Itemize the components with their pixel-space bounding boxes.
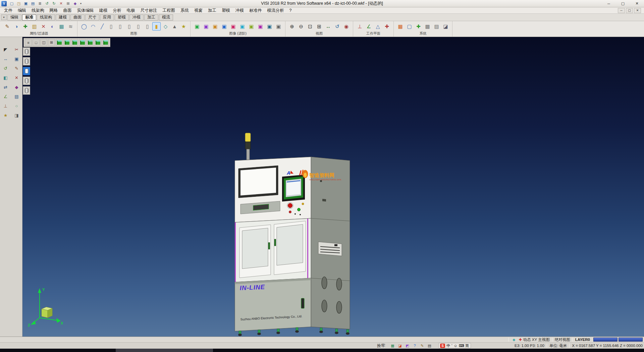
filter-remove-icon[interactable]: ✕ [39, 22, 48, 31]
macro-icon[interactable]: ◆ [72, 1, 78, 7]
cylinder-icon-5[interactable]: ▯ [143, 22, 152, 31]
system-add-icon[interactable]: ✚ [414, 22, 423, 31]
section-view-icon[interactable]: ▣ [265, 22, 274, 31]
front-view-icon[interactable] [71, 39, 78, 46]
workflow-tab[interactable]: 尺寸 [85, 14, 99, 20]
select-icon[interactable]: ◤ [2, 46, 10, 53]
filter-hidden-button[interactable] [23, 86, 30, 95]
circle-tool-icon[interactable]: ○ [13, 102, 21, 109]
delete-icon[interactable]: ✕ [58, 1, 64, 7]
shaded-view-icon[interactable]: □ [33, 39, 40, 46]
edit-note-icon[interactable]: ✎ [419, 343, 425, 348]
new-file-icon[interactable]: ▢ [8, 1, 15, 7]
menu-item[interactable]: 系统 [178, 7, 192, 13]
ime-simplified-icon[interactable]: 简 [466, 343, 469, 348]
minimize-button[interactable]: ─ [602, 0, 616, 7]
menu-item[interactable]: 加工 [205, 7, 219, 13]
menu-item[interactable]: 线架构 [29, 7, 47, 13]
save-all-icon[interactable]: ▤ [30, 1, 36, 7]
sketch-icon[interactable]: ✎ [13, 64, 21, 72]
grid-icon[interactable]: ⊞ [65, 1, 71, 7]
top-view-icon[interactable] [63, 39, 70, 46]
delete-icon[interactable]: ✕ [13, 74, 21, 81]
filter-edit-icon[interactable]: ▥ [30, 22, 39, 31]
zoom-out-icon[interactable]: ⊖ [297, 22, 305, 31]
workflow-tab[interactable]: 模流 [159, 14, 173, 20]
previous-view-icon[interactable]: ↺ [333, 22, 341, 31]
iso-view-icon[interactable] [56, 39, 63, 46]
quick-access-dropdown[interactable]: ▾ [78, 1, 83, 7]
taskbar-segment[interactable] [116, 349, 213, 352]
solid-box-icon[interactable]: ◇ [161, 22, 170, 31]
line-icon[interactable]: ╱ [98, 22, 106, 31]
left-view-icon[interactable] [87, 39, 94, 46]
palette-icon[interactable]: ◩ [405, 343, 410, 348]
ime-punctuation-icon[interactable]: ’ [451, 344, 452, 348]
workflow-tab[interactable]: 标准 [22, 14, 36, 20]
filter-surfaces-button[interactable] [23, 77, 30, 85]
workflow-tab[interactable]: 编辑 [7, 14, 21, 20]
menu-item[interactable]: 模流分析 [265, 7, 287, 13]
dynamic-view-icon[interactable] [102, 39, 109, 46]
star-feature-icon[interactable]: ★ [179, 22, 188, 31]
ime-emoji-icon[interactable]: ☺ [453, 344, 457, 348]
cylinder-icon-3[interactable]: ▯ [125, 22, 133, 31]
machine-model[interactable]: A IN-LIN [224, 131, 375, 337]
open-file-icon[interactable]: ◳ [15, 1, 22, 7]
light-icon[interactable]: ▣ [247, 22, 256, 31]
tab-dropdown[interactable]: ▾ [1, 14, 7, 20]
menu-item[interactable]: 文件 [1, 7, 15, 13]
filter-solids-button[interactable] [23, 67, 30, 75]
menu-item[interactable]: 电极 [124, 7, 138, 13]
rotate-icon[interactable]: ↺ [2, 64, 10, 72]
selection-filter-icon[interactable]: ◐ [48, 22, 57, 31]
menu-item[interactable]: 视窗 [192, 7, 205, 13]
back-view-icon[interactable] [94, 39, 101, 46]
filter-all-button[interactable] [23, 47, 30, 56]
menu-item[interactable]: 曲面 [61, 7, 74, 13]
workplane-angle-icon[interactable]: ∠ [365, 22, 373, 31]
zoom-window-icon[interactable]: ⊡ [306, 22, 314, 31]
redo-icon[interactable]: ↻ [51, 1, 57, 7]
monitor-icon[interactable]: ▢ [405, 22, 414, 31]
trim-icon[interactable]: ✂ [13, 46, 21, 53]
material-icon[interactable]: ▣ [238, 22, 247, 31]
view-list-icon[interactable]: ≡ [25, 39, 32, 46]
snapshot-icon[interactable]: ▣ [274, 22, 283, 31]
menu-item[interactable]: 塑模 [219, 7, 233, 13]
workflow-tab[interactable]: 塑模 [115, 14, 129, 20]
menu-item[interactable]: 尺寸标注 [138, 7, 160, 13]
zoom-extents-icon[interactable]: ⊞ [48, 39, 55, 46]
hatch-icon[interactable]: ▩ [423, 22, 432, 31]
mirror-icon[interactable]: ◧ [2, 74, 10, 81]
angle-icon[interactable]: ∠ [2, 93, 10, 100]
zoom-in-icon[interactable]: ⊕ [288, 22, 296, 31]
attribute-copy-icon[interactable]: ◑ [12, 22, 20, 31]
texture-icon[interactable]: ▣ [229, 22, 237, 31]
render-ghost-icon[interactable]: ▣ [220, 22, 228, 31]
workflow-tab[interactable]: 应用 [100, 14, 114, 20]
right-view-icon[interactable] [79, 39, 86, 46]
circle-icon[interactable]: ◯ [80, 22, 88, 31]
cylinder-icon-2[interactable]: ▯ [116, 22, 124, 31]
workflow-tab[interactable]: 加工 [144, 14, 158, 20]
filter-wireframe-button[interactable] [23, 57, 30, 65]
layers-icon[interactable]: ▤ [13, 93, 21, 100]
grid-toggle-icon[interactable]: ▤ [427, 343, 432, 348]
measure-icon[interactable]: ◆ [13, 83, 21, 91]
render-hidden-line-icon[interactable]: ▣ [211, 22, 219, 31]
help-icon[interactable]: ? [412, 343, 418, 348]
close-button[interactable]: ✕ [630, 0, 644, 7]
workflow-tab[interactable]: 线架构 [37, 14, 55, 20]
zoom-fit-icon[interactable]: ⊞ [315, 22, 323, 31]
menu-item[interactable]: 编辑 [15, 7, 29, 13]
workplane-icon[interactable]: ⊥ [356, 22, 364, 31]
swap-icon[interactable]: ⇄ [2, 83, 10, 91]
background-icon[interactable]: ▣ [256, 22, 265, 31]
move-icon[interactable]: ↔ [2, 55, 10, 62]
mask-filter-icon[interactable]: ▦ [57, 22, 66, 31]
render-wireframe-icon[interactable]: ▣ [202, 22, 210, 31]
render-quick-icon[interactable]: ◪ [397, 343, 403, 348]
color-grid-icon[interactable]: ▦ [396, 22, 405, 31]
snap-lock-toggle[interactable]: 拴牢 [377, 343, 385, 349]
